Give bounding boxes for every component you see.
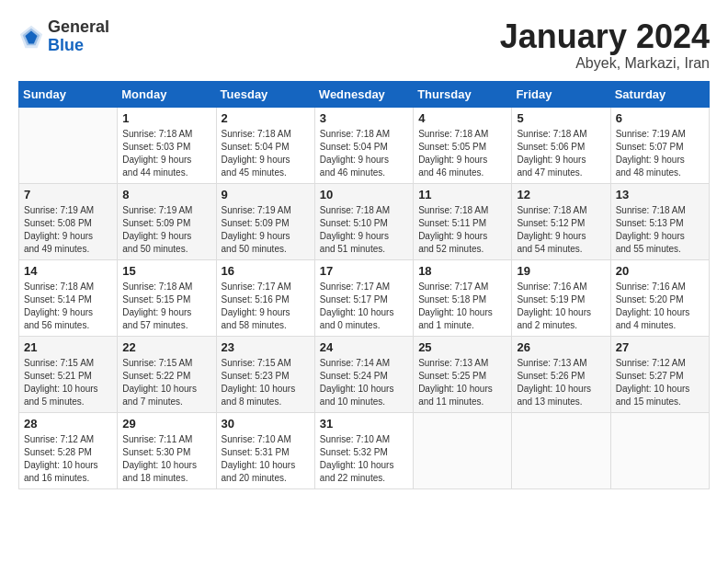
- day-info: Sunrise: 7:19 AM Sunset: 5:08 PM Dayligh…: [24, 204, 112, 256]
- month-title: January 2024: [500, 18, 710, 55]
- day-number: 27: [616, 340, 704, 354]
- calendar-cell: 18Sunrise: 7:17 AM Sunset: 5:18 PM Dayli…: [414, 259, 512, 336]
- calendar-cell: 30Sunrise: 7:10 AM Sunset: 5:31 PM Dayli…: [216, 412, 314, 488]
- day-number: 19: [517, 264, 605, 278]
- day-number: 29: [122, 417, 210, 431]
- title-block: January 2024 Abyek, Markazi, Iran: [500, 18, 710, 72]
- day-number: 14: [24, 264, 112, 278]
- calendar-week-3: 14Sunrise: 7:18 AM Sunset: 5:14 PM Dayli…: [19, 259, 710, 336]
- weekday-header-tuesday: Tuesday: [216, 81, 314, 107]
- day-info: Sunrise: 7:17 AM Sunset: 5:16 PM Dayligh…: [222, 281, 310, 332]
- day-info: Sunrise: 7:11 AM Sunset: 5:30 PM Dayligh…: [122, 433, 210, 485]
- day-info: Sunrise: 7:18 AM Sunset: 5:04 PM Dayligh…: [222, 128, 310, 179]
- calendar-cell: 28Sunrise: 7:12 AM Sunset: 5:28 PM Dayli…: [19, 412, 118, 488]
- day-number: 17: [320, 264, 408, 278]
- day-info: Sunrise: 7:15 AM Sunset: 5:23 PM Dayligh…: [222, 357, 310, 408]
- calendar-cell: 6Sunrise: 7:19 AM Sunset: 5:07 PM Daylig…: [610, 107, 709, 183]
- day-number: 1: [122, 111, 210, 125]
- day-number: 7: [24, 188, 112, 201]
- logo: General Blue: [18, 18, 109, 55]
- day-number: 15: [122, 264, 210, 278]
- calendar-cell: 31Sunrise: 7:10 AM Sunset: 5:32 PM Dayli…: [314, 412, 413, 488]
- calendar-cell: 4Sunrise: 7:18 AM Sunset: 5:05 PM Daylig…: [414, 107, 512, 183]
- day-number: 4: [418, 111, 506, 125]
- calendar-cell: 9Sunrise: 7:19 AM Sunset: 5:09 PM Daylig…: [216, 183, 314, 259]
- day-info: Sunrise: 7:15 AM Sunset: 5:22 PM Dayligh…: [122, 357, 210, 408]
- day-info: Sunrise: 7:18 AM Sunset: 5:11 PM Dayligh…: [418, 204, 506, 256]
- day-info: Sunrise: 7:18 AM Sunset: 5:04 PM Dayligh…: [320, 128, 408, 179]
- day-info: Sunrise: 7:17 AM Sunset: 5:17 PM Dayligh…: [320, 281, 408, 332]
- calendar-cell: 23Sunrise: 7:15 AM Sunset: 5:23 PM Dayli…: [216, 336, 314, 412]
- day-number: 21: [24, 340, 112, 354]
- day-info: Sunrise: 7:19 AM Sunset: 5:09 PM Dayligh…: [122, 204, 210, 256]
- day-info: Sunrise: 7:13 AM Sunset: 5:25 PM Dayligh…: [418, 357, 506, 408]
- day-info: Sunrise: 7:12 AM Sunset: 5:27 PM Dayligh…: [616, 357, 704, 408]
- day-number: 3: [320, 111, 408, 125]
- calendar-cell: 14Sunrise: 7:18 AM Sunset: 5:14 PM Dayli…: [19, 259, 118, 336]
- day-number: 25: [418, 340, 506, 354]
- day-number: 26: [517, 340, 605, 354]
- day-info: Sunrise: 7:18 AM Sunset: 5:05 PM Dayligh…: [418, 128, 506, 179]
- day-number: 18: [418, 264, 506, 278]
- calendar-cell: [414, 412, 512, 488]
- day-number: 30: [222, 417, 310, 431]
- day-number: 12: [517, 188, 605, 201]
- calendar-cell: 29Sunrise: 7:11 AM Sunset: 5:30 PM Dayli…: [118, 412, 216, 488]
- day-info: Sunrise: 7:10 AM Sunset: 5:32 PM Dayligh…: [320, 433, 408, 485]
- calendar-cell: 17Sunrise: 7:17 AM Sunset: 5:17 PM Dayli…: [314, 259, 413, 336]
- weekday-header-thursday: Thursday: [414, 81, 512, 107]
- calendar-cell: 8Sunrise: 7:19 AM Sunset: 5:09 PM Daylig…: [118, 183, 216, 259]
- day-info: Sunrise: 7:13 AM Sunset: 5:26 PM Dayligh…: [517, 357, 605, 408]
- day-info: Sunrise: 7:19 AM Sunset: 5:09 PM Dayligh…: [222, 204, 310, 256]
- weekday-header-wednesday: Wednesday: [314, 81, 413, 107]
- day-number: 13: [616, 188, 704, 201]
- page-header: General Blue January 2024 Abyek, Markazi…: [18, 18, 710, 72]
- calendar-cell: 25Sunrise: 7:13 AM Sunset: 5:25 PM Dayli…: [414, 336, 512, 412]
- day-number: 23: [222, 340, 310, 354]
- day-number: 8: [122, 188, 210, 201]
- calendar-cell: 16Sunrise: 7:17 AM Sunset: 5:16 PM Dayli…: [216, 259, 314, 336]
- calendar-cell: 13Sunrise: 7:18 AM Sunset: 5:13 PM Dayli…: [610, 183, 709, 259]
- calendar-cell: 11Sunrise: 7:18 AM Sunset: 5:11 PM Dayli…: [414, 183, 512, 259]
- calendar-cell: [512, 412, 610, 488]
- day-info: Sunrise: 7:10 AM Sunset: 5:31 PM Dayligh…: [222, 433, 310, 485]
- logo-text: General Blue: [48, 18, 109, 55]
- calendar-cell: 2Sunrise: 7:18 AM Sunset: 5:04 PM Daylig…: [216, 107, 314, 183]
- day-info: Sunrise: 7:18 AM Sunset: 5:03 PM Dayligh…: [122, 128, 210, 179]
- calendar-cell: 22Sunrise: 7:15 AM Sunset: 5:22 PM Dayli…: [118, 336, 216, 412]
- day-info: Sunrise: 7:16 AM Sunset: 5:19 PM Dayligh…: [517, 281, 605, 332]
- day-number: 11: [418, 188, 506, 201]
- calendar-cell: 20Sunrise: 7:16 AM Sunset: 5:20 PM Dayli…: [610, 259, 709, 336]
- calendar-cell: 3Sunrise: 7:18 AM Sunset: 5:04 PM Daylig…: [314, 107, 413, 183]
- calendar-cell: 19Sunrise: 7:16 AM Sunset: 5:19 PM Dayli…: [512, 259, 610, 336]
- calendar-cell: [610, 412, 709, 488]
- calendar-cell: 12Sunrise: 7:18 AM Sunset: 5:12 PM Dayli…: [512, 183, 610, 259]
- day-number: 24: [320, 340, 408, 354]
- calendar-cell: [19, 107, 118, 183]
- day-info: Sunrise: 7:18 AM Sunset: 5:12 PM Dayligh…: [517, 204, 605, 256]
- day-info: Sunrise: 7:18 AM Sunset: 5:06 PM Dayligh…: [517, 128, 605, 179]
- day-info: Sunrise: 7:15 AM Sunset: 5:21 PM Dayligh…: [24, 357, 112, 408]
- calendar-cell: 15Sunrise: 7:18 AM Sunset: 5:15 PM Dayli…: [118, 259, 216, 336]
- day-info: Sunrise: 7:17 AM Sunset: 5:18 PM Dayligh…: [418, 281, 506, 332]
- day-number: 9: [222, 188, 310, 201]
- day-number: 10: [320, 188, 408, 201]
- calendar-cell: 7Sunrise: 7:19 AM Sunset: 5:08 PM Daylig…: [19, 183, 118, 259]
- location-subtitle: Abyek, Markazi, Iran: [500, 55, 710, 72]
- logo-icon: [18, 24, 44, 50]
- calendar-body: 1Sunrise: 7:18 AM Sunset: 5:03 PM Daylig…: [19, 107, 710, 488]
- calendar-cell: 27Sunrise: 7:12 AM Sunset: 5:27 PM Dayli…: [610, 336, 709, 412]
- calendar-cell: 21Sunrise: 7:15 AM Sunset: 5:21 PM Dayli…: [19, 336, 118, 412]
- weekday-header-row: SundayMondayTuesdayWednesdayThursdayFrid…: [19, 81, 710, 107]
- calendar-week-4: 21Sunrise: 7:15 AM Sunset: 5:21 PM Dayli…: [19, 336, 710, 412]
- calendar-week-1: 1Sunrise: 7:18 AM Sunset: 5:03 PM Daylig…: [19, 107, 710, 183]
- day-info: Sunrise: 7:18 AM Sunset: 5:15 PM Dayligh…: [122, 281, 210, 332]
- day-info: Sunrise: 7:18 AM Sunset: 5:10 PM Dayligh…: [320, 204, 408, 256]
- day-number: 22: [122, 340, 210, 354]
- day-number: 6: [616, 111, 704, 125]
- calendar-week-5: 28Sunrise: 7:12 AM Sunset: 5:28 PM Dayli…: [19, 412, 710, 488]
- weekday-header-monday: Monday: [118, 81, 216, 107]
- day-info: Sunrise: 7:18 AM Sunset: 5:13 PM Dayligh…: [616, 204, 704, 256]
- day-number: 2: [222, 111, 310, 125]
- weekday-header-sunday: Sunday: [19, 81, 118, 107]
